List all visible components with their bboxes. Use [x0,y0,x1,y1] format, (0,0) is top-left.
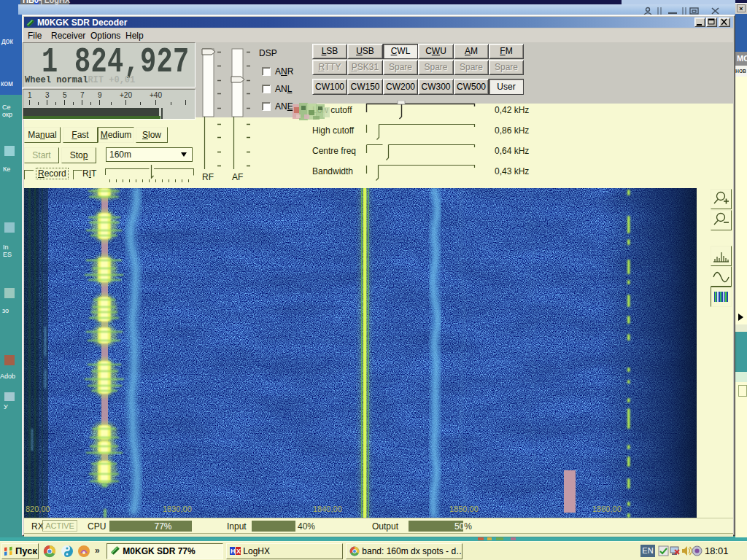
svg-text:H: H [231,548,236,555]
svg-text:5: 5 [63,91,67,99]
svg-text:High cutoff: High cutoff [312,125,355,136]
svg-text:1830,00: 1830,00 [163,505,192,513]
svg-text:0,42 kHz: 0,42 kHz [495,105,529,115]
svg-text:9: 9 [98,91,102,99]
svg-text:+20: +20 [120,91,132,99]
svg-text:0,64 kHz: 0,64 kHz [495,146,529,156]
svg-text:Bandwidth: Bandwidth [312,166,353,176]
svg-text:1840,00: 1840,00 [313,505,342,513]
svg-text:820,00: 820,00 [26,505,50,513]
svg-text:X: X [236,548,241,555]
svg-text:7: 7 [80,91,85,99]
svg-text:0,43 kHz: 0,43 kHz [495,166,529,176]
svg-text:+40: +40 [150,91,162,99]
svg-text:1850,00: 1850,00 [449,505,479,513]
svg-text:3: 3 [45,91,50,99]
svg-text:0,86 kHz: 0,86 kHz [495,125,529,136]
svg-text:1860,00: 1860,00 [592,505,622,513]
svg-text:Centre freq: Centre freq [312,146,356,156]
svg-text:1: 1 [28,91,32,99]
